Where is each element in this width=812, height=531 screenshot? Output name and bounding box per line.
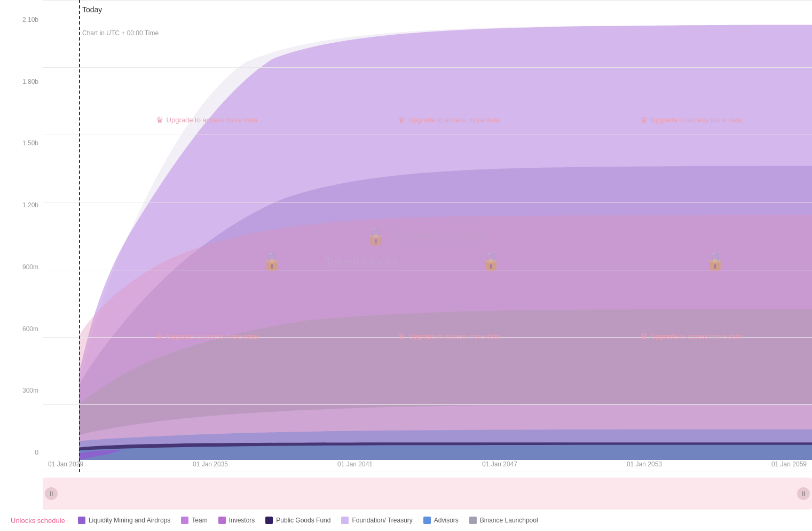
legend-label-public-goods: Public Goods Fund xyxy=(276,517,330,524)
pause-right-icon: ⏸ xyxy=(800,490,807,497)
y-axis: 2.10b 1.80b 1.50b 1.20b 900m 600m 300m 0 xyxy=(0,0,43,472)
crown-icon-5: ♛ xyxy=(398,331,405,341)
legend-color-liquidity xyxy=(78,517,85,524)
crown-icon-6: ♛ xyxy=(640,331,648,341)
legend-area: Unlocks schedule Liquidity Mining and Ai… xyxy=(0,510,812,531)
legend-color-investors xyxy=(218,517,226,524)
legend-item-public-goods[interactable]: Public Goods Fund xyxy=(265,517,330,524)
scrollbar-right-button[interactable]: ⏸ xyxy=(797,487,810,500)
legend-item-binance[interactable]: Binance Launchpool xyxy=(469,517,538,524)
chart-container: 2.10b 1.80b 1.50b 1.20b 900m 600m 300m 0 xyxy=(0,0,812,531)
svg-text:🔒: 🔒 xyxy=(482,251,500,272)
svg-text:TokenUnlocks.: TokenUnlocks. xyxy=(325,255,401,270)
legend-color-binance xyxy=(469,517,477,524)
chart-area: 🔒 🔒 🔒 TokenUnlocks. Today Chart in UTC +… xyxy=(43,0,812,472)
upgrade-text-5: Upgrade to access more data xyxy=(408,332,500,340)
upgrade-item-4[interactable]: ♛ Upgrade to access more data xyxy=(156,331,258,341)
upgrade-item-3[interactable]: ♛ Upgrade to access more data xyxy=(640,115,742,125)
legend-label-liquidity: Liquidity Mining and Airdrops xyxy=(89,517,170,524)
legend-title: Unlocks schedule xyxy=(11,517,65,525)
upgrade-item-5[interactable]: ♛ Upgrade to access more data xyxy=(398,331,500,341)
upgrade-item-6[interactable]: ♛ Upgrade to access more data xyxy=(640,331,742,341)
legend-item-liquidity[interactable]: Liquidity Mining and Airdrops xyxy=(78,517,170,524)
crown-icon-2: ♛ xyxy=(398,115,405,125)
chart-subtitle: Chart in UTC + 00:00 Time xyxy=(82,29,159,37)
legend-label-foundation: Foundation/ Treasury xyxy=(352,517,412,524)
scrollbar-container[interactable]: ⏸ ⏸ xyxy=(43,478,812,510)
x-label-2047: 01 Jan 2047 xyxy=(482,460,517,468)
upgrade-text-3: Upgrade to access more data xyxy=(651,116,742,124)
legend-color-public-goods xyxy=(265,517,273,524)
legend-item-foundation[interactable]: Foundation/ Treasury xyxy=(341,517,412,524)
y-label-150b: 1.50b xyxy=(22,139,38,147)
crown-icon-1: ♛ xyxy=(156,115,163,125)
legend-label-binance: Binance Launchpool xyxy=(480,517,538,524)
y-label-0: 0 xyxy=(35,449,38,456)
x-label-2035: 01 Jan 2035 xyxy=(193,460,228,468)
chart-svg: 🔒 🔒 🔒 TokenUnlocks. xyxy=(43,0,812,472)
x-label-2041: 01 Jan 2041 xyxy=(337,460,373,468)
x-axis: 01 Jan 2029 01 Jan 2035 01 Jan 2041 01 J… xyxy=(43,456,812,472)
upgrade-text-6: Upgrade to access more data xyxy=(651,332,742,340)
pause-left-icon: ⏸ xyxy=(48,490,54,497)
upgrade-banners-bottom: ♛ Upgrade to access more data ♛ Upgrade … xyxy=(85,331,812,341)
upgrade-item-2[interactable]: ♛ Upgrade to access more data xyxy=(398,115,500,125)
crown-icon-3: ♛ xyxy=(640,115,648,125)
crown-icon-4: ♛ xyxy=(156,331,163,341)
today-line xyxy=(79,0,80,472)
scrollbar-left-button[interactable]: ⏸ xyxy=(45,487,58,500)
legend-item-advisors[interactable]: Advisors xyxy=(423,517,459,524)
x-label-2059: 01 Jan 2059 xyxy=(771,460,807,468)
svg-text:🔒: 🔒 xyxy=(706,251,724,272)
x-label-2029: 01 Jan 2029 xyxy=(48,460,83,468)
legend-label-advisors: Advisors xyxy=(434,517,459,524)
upgrade-text-1: Upgrade to access more data xyxy=(167,116,258,124)
legend-label-investors: Investors xyxy=(229,517,255,524)
upgrade-banners-top: ♛ Upgrade to access more data ♛ Upgrade … xyxy=(85,115,812,125)
y-label-180b: 1.80b xyxy=(22,78,38,85)
upgrade-text-2: Upgrade to access more data xyxy=(408,116,500,124)
y-label-900m: 900m xyxy=(22,263,38,271)
legend-label-team: Team xyxy=(192,517,207,524)
y-label-300m: 300m xyxy=(22,387,38,394)
legend-item-team[interactable]: Team xyxy=(181,517,207,524)
legend-item-investors[interactable]: Investors xyxy=(218,517,255,524)
today-label: Today xyxy=(82,5,102,14)
y-label-600m: 600m xyxy=(22,325,38,333)
legend-color-team xyxy=(181,517,188,524)
upgrade-item-1[interactable]: ♛ Upgrade to access more data xyxy=(156,115,258,125)
y-label-120b: 1.20b xyxy=(22,201,38,209)
x-label-2053: 01 Jan 2053 xyxy=(627,460,662,468)
legend-color-foundation xyxy=(341,517,349,524)
y-label-210b: 2.10b xyxy=(22,16,38,24)
upgrade-text-4: Upgrade to access more data xyxy=(167,332,258,340)
legend-color-advisors xyxy=(423,517,431,524)
svg-text:🔒: 🔒 xyxy=(263,251,281,272)
